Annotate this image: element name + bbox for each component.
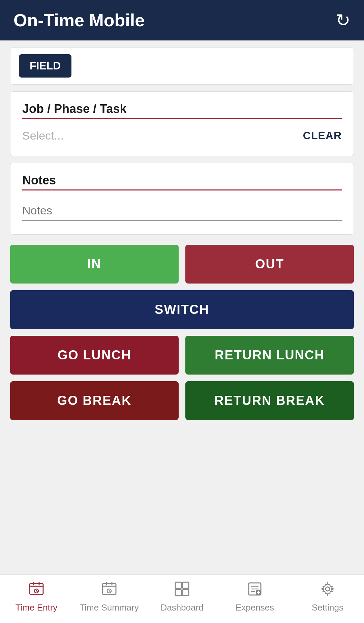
app-title: On-Time Mobile xyxy=(13,10,145,30)
bottom-nav: Time Entry Time Summary Dashboa xyxy=(0,574,364,623)
main-content: FIELD Job / Phase / Task Select... CLEAR… xyxy=(0,40,364,574)
time-entry-label: Time Entry xyxy=(16,602,58,613)
time-summary-icon xyxy=(102,582,117,600)
time-summary-label: Time Summary xyxy=(80,602,139,613)
svg-rect-17 xyxy=(183,590,189,596)
svg-rect-14 xyxy=(175,582,181,588)
nav-item-settings[interactable]: Settings xyxy=(291,582,364,613)
nav-item-expenses[interactable]: Expenses xyxy=(218,582,291,613)
job-select-placeholder[interactable]: Select... xyxy=(22,129,64,142)
out-button[interactable]: OUT xyxy=(185,245,354,284)
return-break-button[interactable]: RETURN BREAK xyxy=(185,381,354,420)
svg-line-6 xyxy=(36,591,37,592)
svg-line-13 xyxy=(109,591,110,592)
job-divider xyxy=(22,118,342,119)
lunch-row: GO LUNCH RETURN LUNCH xyxy=(10,336,354,375)
break-row: GO BREAK RETURN BREAK xyxy=(10,381,354,420)
app-header: On-Time Mobile ↻ xyxy=(0,0,364,40)
nav-item-time-entry[interactable]: Time Entry xyxy=(0,582,73,613)
dashboard-icon xyxy=(175,582,189,600)
svg-point-25 xyxy=(326,587,330,591)
in-button[interactable]: IN xyxy=(10,245,179,284)
dashboard-label: Dashboard xyxy=(160,602,203,613)
expenses-label: Expenses xyxy=(236,602,274,613)
notes-divider xyxy=(22,189,342,190)
job-phase-task-card: Job / Phase / Task Select... CLEAR xyxy=(10,91,354,156)
nav-item-dashboard[interactable]: Dashboard xyxy=(146,582,218,613)
notes-label: Notes xyxy=(22,173,342,187)
go-break-button[interactable]: GO BREAK xyxy=(10,381,179,420)
go-lunch-button[interactable]: GO LUNCH xyxy=(10,336,179,375)
svg-rect-16 xyxy=(175,590,181,596)
job-select-row: Select... CLEAR xyxy=(22,126,342,146)
notes-card: Notes xyxy=(10,163,354,235)
clear-button[interactable]: CLEAR xyxy=(303,129,342,142)
settings-icon xyxy=(320,582,335,600)
field-tag[interactable]: FIELD xyxy=(19,54,71,78)
return-lunch-button[interactable]: RETURN LUNCH xyxy=(185,336,354,375)
in-out-row: IN OUT xyxy=(10,245,354,284)
action-buttons: IN OUT SWITCH GO LUNCH RETURN LUNCH GO B… xyxy=(10,245,354,420)
notes-input[interactable] xyxy=(22,201,342,221)
time-entry-icon xyxy=(29,582,44,600)
switch-row: SWITCH xyxy=(10,290,354,329)
field-tag-card: FIELD xyxy=(10,47,354,85)
settings-label: Settings xyxy=(312,602,343,613)
notes-input-wrapper xyxy=(22,197,342,224)
refresh-icon[interactable]: ↻ xyxy=(336,10,351,30)
job-phase-task-label: Job / Phase / Task xyxy=(22,102,342,116)
switch-button[interactable]: SWITCH xyxy=(10,290,354,329)
nav-item-time-summary[interactable]: Time Summary xyxy=(73,582,146,613)
svg-rect-15 xyxy=(183,582,189,588)
expenses-icon xyxy=(247,582,262,600)
